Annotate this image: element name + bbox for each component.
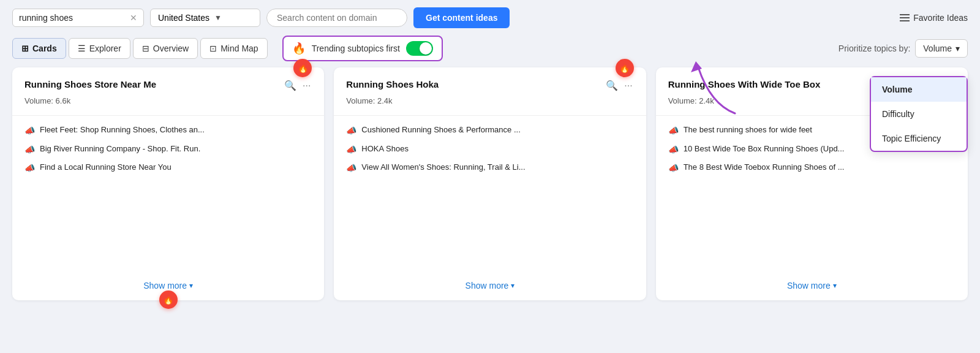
country-select[interactable]: United States ▼: [150, 9, 260, 27]
card-1-header: Running Shoes Store Near Me 🔍 ···: [24, 78, 312, 93]
prioritize-area: Volume ▾ Volume Difficulty Topic Efficie…: [915, 39, 968, 58]
card-1-title: Running Shoes Store Near Me: [24, 78, 278, 91]
card-2-item-3: 📣 View All Women's Shoes: Running, Trail…: [346, 162, 633, 175]
list-icon: [900, 14, 910, 21]
card-1-item-1-text: Fleet Feet: Shop Running Shoes, Clothes …: [40, 124, 205, 135]
fire-icon-2: 🔥: [619, 63, 630, 73]
country-label: United States: [158, 13, 209, 23]
clear-icon[interactable]: ✕: [130, 13, 137, 23]
card-2-show-more[interactable]: Show more ▾: [346, 272, 633, 300]
trending-subtopics-toggle-box[interactable]: 🔥 Trending subtopics first: [282, 36, 443, 61]
tab-overview[interactable]: ⊟ Overview: [133, 38, 198, 59]
mindmap-tab-icon: ⊡: [209, 44, 217, 53]
dropdown-item-volume[interactable]: Volume: [871, 77, 967, 102]
card-2-item-1-text: Cushioned Running Shoes & Performance ..…: [361, 124, 520, 135]
top-bar: ✕ United States ▼ Get content ideas Favo…: [0, 0, 980, 36]
card-3-item-2-text: 10 Best Wide Toe Box Running Shoes (Upd.…: [684, 143, 845, 154]
megaphone-icon-3-3: 📣: [668, 162, 679, 175]
card-3-item-3: 📣 The 8 Best Wide Toebox Running Shoes o…: [668, 162, 956, 175]
card-2-header: Running Shoes Hoka 🔍 ···: [346, 78, 633, 93]
card-1-divider: [12, 115, 324, 116]
tab-explorer-label: Explorer: [89, 44, 121, 53]
prioritize-dropdown: Volume Difficulty Topic Efficiency: [870, 76, 968, 152]
tab-mindmap[interactable]: ⊡ Mind Map: [200, 38, 267, 59]
card-2-volume: Volume: 2.4k: [346, 96, 633, 105]
tab-cards-label: Cards: [32, 44, 57, 53]
card-1-bottom-badge: 🔥: [159, 290, 178, 309]
favorite-ideas-link[interactable]: Favorite Ideas: [900, 13, 968, 23]
card-1-more-button[interactable]: ···: [301, 79, 312, 93]
megaphone-icon-2-2: 📣: [346, 144, 356, 156]
domain-search-input[interactable]: [277, 13, 387, 23]
tab-mindmap-label: Mind Map: [221, 44, 258, 53]
card-2-title: Running Shoes Hoka: [346, 78, 600, 91]
prioritize-select[interactable]: Volume ▾: [915, 39, 968, 58]
prioritize-selected: Volume: [923, 44, 952, 53]
show-more-chevron-2: ▾: [511, 281, 514, 290]
card-1-search-button[interactable]: 🔍: [283, 78, 298, 93]
card-1: 🔥 Running Shoes Store Near Me 🔍 ··· Volu…: [12, 67, 324, 300]
megaphone-icon-2-3: 📣: [346, 162, 356, 175]
card-1-item-2-text: Big River Running Company - Shop. Fit. R…: [40, 143, 200, 154]
fire-icon-bottom-1: 🔥: [163, 295, 173, 305]
card-1-volume: Volume: 6.6k: [24, 96, 312, 105]
megaphone-icon-3-1: 📣: [668, 125, 679, 137]
dropdown-item-difficulty[interactable]: Difficulty: [871, 102, 967, 126]
card-3-item-3-text: The 8 Best Wide Toebox Running Shoes of …: [684, 162, 845, 173]
card-1-item-2: 📣 Big River Running Company - Shop. Fit.…: [24, 143, 312, 156]
megaphone-icon-2-1: 📣: [346, 125, 356, 137]
card-1-item-3-text: Find a Local Running Store Near You: [40, 162, 172, 173]
fire-icon-1: 🔥: [298, 63, 308, 73]
prioritize-label: Prioritize topics by:: [839, 44, 910, 53]
trending-toggle[interactable]: [406, 41, 433, 56]
prioritize-chevron-icon: ▾: [956, 44, 960, 53]
card-1-item-3: 📣 Find a Local Running Store Near You: [24, 162, 312, 175]
get-ideas-button[interactable]: Get content ideas: [413, 7, 510, 28]
dropdown-item-topic-efficiency[interactable]: Topic Efficiency: [871, 126, 967, 151]
domain-search-box: [266, 9, 407, 27]
cards-tab-icon: ⊞: [21, 44, 29, 53]
megaphone-icon-1-2: 📣: [24, 144, 35, 156]
prioritize-row: Prioritize topics by: Volume ▾ Volume Di…: [839, 39, 968, 58]
card-2-item-2-text: HOKA Shoes: [361, 143, 409, 154]
card-3-item-1-text: The best running shoes for wide feet: [684, 124, 812, 135]
overview-tab-icon: ⊟: [142, 44, 149, 53]
trending-label: Trending subtopics first: [312, 44, 400, 53]
card-2-item-2: 📣 HOKA Shoes: [346, 143, 633, 156]
card-3-show-more[interactable]: Show more ▾: [668, 272, 956, 300]
megaphone-icon-1-1: 📣: [24, 125, 35, 137]
cards-area: 🔥 Running Shoes Store Near Me 🔍 ··· Volu…: [0, 67, 980, 300]
card-1-actions: 🔍 ···: [283, 78, 312, 93]
tabs-row: ⊞ Cards ☰ Explorer ⊟ Overview ⊡ Mind Map…: [0, 36, 980, 67]
card-2-actions: 🔍 ···: [605, 78, 633, 93]
tab-explorer[interactable]: ☰ Explorer: [69, 38, 130, 59]
card-2-search-button[interactable]: 🔍: [605, 78, 619, 93]
search-box: ✕: [12, 9, 144, 27]
trending-badge-1: 🔥: [293, 59, 312, 77]
tab-cards[interactable]: ⊞ Cards: [12, 38, 66, 59]
megaphone-icon-1-3: 📣: [24, 162, 35, 175]
card-2-more-button[interactable]: ···: [623, 79, 633, 93]
trending-badge-2: 🔥: [616, 59, 634, 77]
show-more-chevron-3: ▾: [833, 281, 837, 290]
explorer-tab-icon: ☰: [78, 44, 86, 53]
tab-overview-label: Overview: [153, 44, 189, 53]
keyword-search-input[interactable]: [19, 13, 126, 23]
card-2-item-3-text: View All Women's Shoes: Running, Trail &…: [361, 162, 525, 173]
show-more-chevron-1: ▾: [189, 281, 193, 290]
flame-icon: 🔥: [292, 42, 306, 55]
megaphone-icon-3-2: 📣: [668, 144, 679, 156]
card-2-divider: [334, 115, 646, 116]
card-1-item-1: 📣 Fleet Feet: Shop Running Shoes, Clothe…: [24, 124, 312, 137]
card-2: 🔥 Running Shoes Hoka 🔍 ··· Volume: 2.4k …: [334, 67, 646, 300]
card-2-item-1: 📣 Cushioned Running Shoes & Performance …: [346, 124, 633, 137]
chevron-down-icon: ▼: [214, 13, 222, 22]
